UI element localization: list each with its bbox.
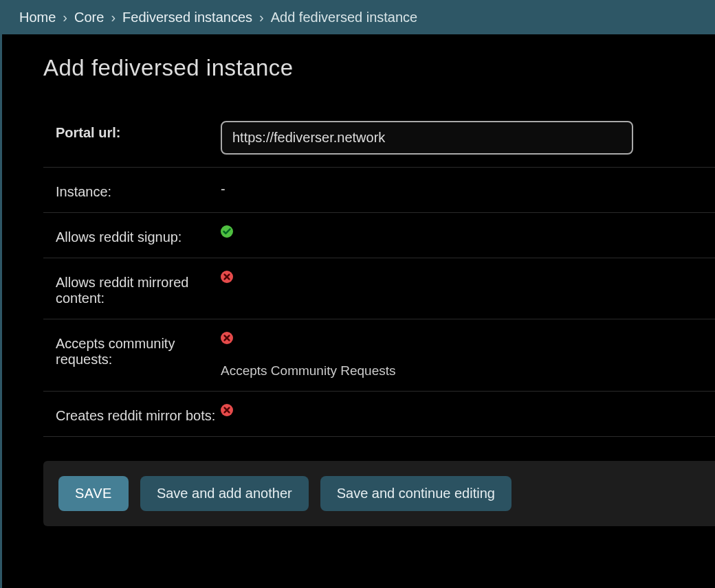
save-and-continue-button[interactable]: Save and continue editing [320, 476, 512, 511]
allows-reddit-signup-label: Allows reddit signup: [56, 225, 221, 245]
save-button[interactable]: Save [58, 476, 129, 511]
submit-row: Save Save and add another Save and conti… [43, 461, 715, 526]
field-instance: Instance: - [43, 168, 715, 213]
save-and-add-button[interactable]: Save and add another [140, 476, 309, 511]
check-no-icon [221, 271, 703, 286]
field-portal-url: Portal url: [43, 109, 715, 168]
accepts-community-requests-help: Accepts Community Requests [221, 357, 703, 378]
page-title: Add fediversed instance [43, 55, 715, 81]
check-no-icon [221, 332, 703, 347]
breadcrumb-separator: › [111, 10, 116, 25]
breadcrumb-current: Add fediversed instance [271, 10, 417, 25]
breadcrumb-home[interactable]: Home [19, 10, 56, 25]
accepts-community-requests-label: Accepts community requests: [56, 332, 221, 368]
breadcrumb-separator: › [63, 10, 67, 25]
breadcrumb-fediversed-instances[interactable]: Fediversed instances [122, 10, 252, 25]
field-allows-reddit-signup: Allows reddit signup: [43, 213, 715, 258]
breadcrumb-core[interactable]: Core [74, 10, 104, 25]
instance-label: Instance: [56, 180, 221, 200]
main-content: Add fediversed instance Portal url: Inst… [2, 34, 715, 526]
field-accepts-community-requests: Accepts community requests: Accepts Comm… [43, 319, 715, 392]
portal-url-input[interactable] [221, 121, 633, 155]
breadcrumb-separator: › [259, 10, 264, 25]
breadcrumb: Home › Core › Fediversed instances › Add… [0, 0, 715, 34]
allows-reddit-mirrored-content-label: Allows reddit mirrored content: [56, 271, 221, 306]
field-creates-reddit-mirror-bots: Creates reddit mirror bots: [43, 392, 715, 437]
creates-reddit-mirror-bots-label: Creates reddit mirror bots: [56, 404, 221, 424]
portal-url-label: Portal url: [56, 121, 221, 141]
instance-value: - [221, 180, 703, 197]
check-no-icon [221, 404, 703, 419]
field-allows-reddit-mirrored-content: Allows reddit mirrored content: [43, 258, 715, 319]
check-yes-icon [221, 225, 703, 240]
